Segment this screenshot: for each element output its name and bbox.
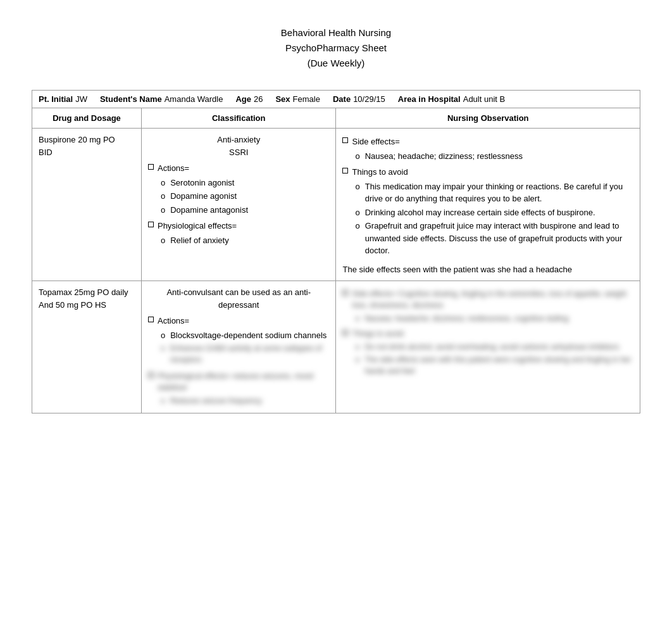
o-marker: o [161,234,165,247]
bullet-square-icon [342,290,348,296]
student-name-field: Student's Name Amanda Wardle [100,94,223,104]
class-cell-2: Anti-convulsant can be used as an anti-d… [141,281,336,413]
date-value: 10/29/15 [353,94,385,104]
things-label: Things to avoid [352,166,408,179]
pt-initial-field: Pt. Initial JW [39,94,87,104]
physio-text-1a: Relief of anxiety [170,234,229,247]
pt-initial-value: JW [75,94,87,104]
page-header: Behavioral Health Nursing PsychoPharmacy… [32,25,640,71]
things-header: Things to avoid [342,166,633,179]
thing-1b: o Drinking alcohol may increase certain … [342,206,633,219]
thing-1c: o Grapefruit and grapefruit juice may in… [342,220,633,257]
o-marker: o [161,190,165,203]
student-name-value: Amanda Wardle [165,94,223,104]
bullet-square-icon [148,222,154,227]
nursing-content-2: Side effects= Cognitive slowing, tinglin… [342,288,633,377]
date-field: Date 10/29/15 [333,94,385,104]
action-item-1b: o Dopamine agonist [148,190,330,203]
physio-header-2: Physiological effects= reduces seizures,… [148,370,330,393]
o-marker: o [355,220,359,232]
age-label: Age [235,94,251,104]
thing-text-1a: This medication may impair your thinking… [365,180,633,205]
area-value: Adult unit B [463,94,506,104]
sex-label: Sex [275,94,290,104]
area-field: Area in Hospital Adult unit B [398,94,505,104]
physio-text-2a: Reduces seizure frequency [170,395,262,407]
action-text-2a: Blocksvoltage-dependent sodium channels [170,329,327,342]
o-marker: o [161,177,165,189]
side-effects-label: Side effects= [352,136,399,148]
action-item-2a: o Blocksvoltage-dependent sodium channel… [148,329,330,342]
o-marker: o [161,329,165,342]
observed-note: The side effects seen with the patient w… [342,263,633,276]
class-blurred-section: Physiological effects= reduces seizures,… [148,370,330,407]
col-header-classification: Classification [141,108,336,129]
actions-header-2: Actions= [148,315,330,327]
header-line2: PsychoPharmacy Sheet [32,41,640,56]
observed-text: The side effects seen with the patient w… [342,265,572,274]
side-effect-text-1a: Nausea; headache; dizziness; restlessnes… [365,150,523,163]
action-text-1a: Serotonin agonist [170,177,234,189]
nursing-cell-1: Side effects= o Nausea; headache; dizzin… [336,129,640,281]
side-effect-1a: o Nausea; headache; dizziness; restlessn… [342,150,633,163]
action-item-2b: o Enhances GABA activity at some subtype… [148,343,330,365]
drug-cell-2: Topamax 25mg PO dailyAnd 50 mg PO HS [32,281,142,413]
bullet-square-icon [342,330,348,336]
physio-item-1a: o Relief of anxiety [148,234,330,247]
bullet-square-icon [148,372,154,378]
age-field: Age 26 [235,94,263,104]
main-table: Drug and Dosage Classification Nursing O… [32,108,640,413]
header-line1: Behavioral Health Nursing [32,25,640,41]
col-header-nursing: Nursing Observation [336,108,640,129]
action-item-1c: o Dopamine antagonist [148,204,330,217]
action-item-1a: o Serotonin agonist [148,177,330,189]
bullet-square-icon [342,137,348,143]
nursing-cell-2: Side effects= Cognitive slowing, tinglin… [336,281,640,413]
side-effects-header: Side effects= [342,136,633,148]
table-row: Topamax 25mg PO dailyAnd 50 mg PO HS Ant… [32,281,640,413]
col-header-drug: Drug and Dosage [32,108,142,129]
class-content-1: Anti-anxietySSRI Actions= o Serotonin ag… [148,134,330,246]
student-name-label: Student's Name [100,94,162,104]
o-marker: o [161,204,165,217]
action-text-2b: Enhances GABA activity at some subtypes … [170,343,330,365]
o-marker: o [355,180,359,193]
bullet-square-icon [342,168,348,173]
physio-header-1: Physiological effects= [148,220,330,232]
actions-label-2: Actions= [158,315,189,327]
area-label: Area in Hospital [398,94,461,104]
class-type-2: Anti-convulsant can be used as an anti-d… [148,286,330,311]
pt-initial-label: Pt. Initial [39,94,73,104]
actions-header-1: Actions= [148,162,330,175]
actions-label-1: Actions= [158,162,189,175]
drug-name-2: Topamax 25mg PO dailyAnd 50 mg PO HS [39,286,135,311]
nursing-blurred-1: Side effects= Cognitive slowing, tinglin… [342,288,633,311]
sex-field: Sex Female [275,94,320,104]
action-text-1b: Dopamine agonist [170,190,237,203]
o-marker: o [161,343,165,354]
class-cell-1: Anti-anxietySSRI Actions= o Serotonin ag… [141,129,336,281]
o-marker: o [161,395,165,407]
o-marker: o [355,150,359,163]
drug-cell-1: Buspirone 20 mg POBID [32,129,142,281]
date-label: Date [333,94,351,104]
thing-text-1c: Grapefruit and grapefruit juice may inte… [365,220,633,257]
header-line3: (Due Weekly) [32,56,640,71]
nursing-blurred-4: o Do not drink alcohol; avoid overheatin… [342,341,633,353]
nursing-blurred-5: o The side effects seen with this patien… [342,354,633,377]
nursing-content-1: Side effects= o Nausea; headache; dizzin… [342,136,633,275]
class-type-1: Anti-anxietySSRI [148,134,330,158]
physio-label-1: Physiological effects= [158,220,237,232]
sex-value: Female [293,94,320,104]
class-content-2: Anti-convulsant can be used as an anti-d… [148,286,330,407]
physio-label-2: Physiological effects= reduces seizures,… [158,370,330,393]
info-row: Pt. Initial JW Student's Name Amanda War… [32,90,640,108]
age-value: 26 [254,94,263,104]
bullet-square-icon [148,164,154,170]
physio-item-2a: o Reduces seizure frequency [148,395,330,407]
nursing-blurred-2: o Nausea; headache; dizziness; restlessn… [342,313,633,324]
action-text-1c: Dopamine antagonist [170,204,248,217]
thing-1a: o This medication may impair your thinki… [342,180,633,205]
thing-text-1b: Drinking alcohol may increase certain si… [365,206,595,219]
table-row: Buspirone 20 mg POBID Anti-anxietySSRI A… [32,129,640,281]
